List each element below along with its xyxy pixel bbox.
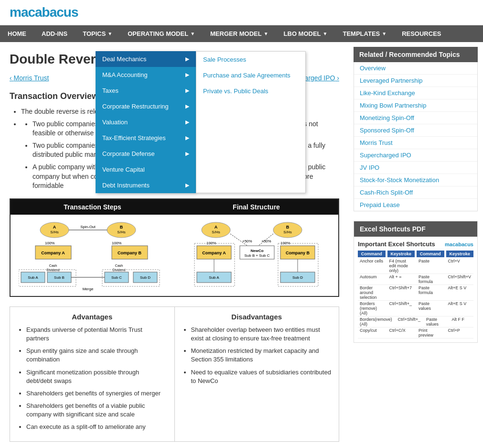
svg-text:+50%: +50% [261,239,271,243]
nav-templates[interactable]: TEMPLATES ▼ [335,25,394,42]
dropdown-tax-label: Tax-Efficient Strategies [102,134,166,142]
svg-text:S/Hs: S/Hs [50,230,58,234]
svg-text:Company B: Company B [285,251,310,255]
ma-chevron: ▶ [185,72,189,78]
dropdown-venture[interactable]: Venture Capital [96,162,196,177]
adv-item-2: Significant monetization possible throug… [26,368,167,385]
sidebar-link-jv-ipo[interactable]: JV IPO [354,162,477,174]
dropdown-taxes[interactable]: Taxes ▶ [96,83,196,98]
sidebar-link-cash-rich[interactable]: Cash-Rich Split-Off [354,186,477,199]
svg-text:Sub C: Sub C [111,275,121,280]
dropdown-venture-label: Venture Capital [102,166,145,173]
sidebar-link-morris[interactable]: Morris Trust [354,137,477,149]
excel-cell-3-2: Paste values [417,301,444,316]
sidebar-link-overview[interactable]: Overview [354,62,477,75]
svg-text:Sub B + Sub C: Sub B + Sub C [244,253,269,258]
sidebar-link-monetizing[interactable]: Monetizing Spin-Off [354,112,477,124]
deal-mechanics-chevron: ▶ [185,56,189,62]
excel-data-rows: Anchor cells F4 (must edit mode only) Pa… [358,258,473,339]
svg-text:100%: 100% [45,241,54,245]
defense-chevron: ▶ [185,151,189,157]
val-chevron: ▶ [185,119,189,125]
related-topics-header: Related / Recommended Topics [354,47,478,62]
svg-text:Sub A: Sub A [28,275,38,280]
sidebar-link-mixing-bowl[interactable]: Mixing Bowl Partnership [354,99,477,112]
dropdown-sale-processes[interactable]: Sale Processes [196,52,305,67]
excel-cell-3-1: Ctrl+Shift+_ [387,301,415,316]
nav-topics[interactable]: TOPICS ▼ [75,25,120,42]
excel-cell-5-3: Ctrl+P [446,328,474,338]
excel-col-1: Keystroke [387,251,415,257]
advantages-col: Advantages Expands universe of potential… [10,307,175,441]
adv-item-5: Can execute as a split-off to ameliorate… [26,423,167,431]
excel-cell-5-2: Print preview [417,328,444,338]
dropdown-debt-label: Debt Instruments [102,182,150,189]
dropdown-purchase-agreements[interactable]: Purchase and Sale Agreements [196,67,305,83]
svg-text:Merge: Merge [82,287,93,291]
excel-cell-5-1: Ctrl+C/X [387,328,415,338]
sidebar-link-supercharged[interactable]: Supercharged IPO [354,149,477,162]
dropdown-ma-accounting[interactable]: M&A Accounting ▶ [96,67,196,83]
dis-item-0: Shareholder overlap between two entities… [191,326,332,343]
dropdown-debt[interactable]: Debt Instruments ▶ [96,177,196,193]
sidebar-link-like-kind[interactable]: Like-Kind Exchange [354,87,477,99]
disadvantages-list: Shareholder overlap between two entities… [182,326,332,385]
debt-chevron: ▶ [185,182,189,188]
adv-item-3: Shareholders get benefits of synergies o… [26,389,167,398]
advantages-header: Advantages [18,313,167,321]
svg-text:B: B [286,225,289,229]
nav-merger-model[interactable]: MERGER MODEL ▼ [203,25,276,42]
dis-item-1: Monetization restricted by market capaci… [191,347,332,364]
svg-text:Sub D: Sub D [140,275,150,280]
nav-addins[interactable]: ADD-INS [34,25,75,42]
excel-shortcuts-body: Important Excel Shortcuts macabacus Comm… [354,237,477,342]
nav-operating-model[interactable]: OPERATING MODEL ▼ [120,25,203,42]
excel-cell-0-3: Ctrl+V [446,258,474,273]
nav-resources[interactable]: RESOURCES [394,25,449,42]
sidebar-link-leveraged[interactable]: Leveraged Partnership [354,75,477,87]
dropdown-corp-defense[interactable]: Corporate Defense ▶ [96,146,196,162]
excel-row-2: Border around selection Ctrl+Shift+7 Pas… [358,285,473,301]
dropdown-tax-efficient[interactable]: Tax-Efficient Strategies ▶ [96,130,196,146]
excel-cell-5-0: Copy/cut [358,328,386,338]
sidebar-link-prepaid[interactable]: Prepaid Lease [354,199,477,211]
excel-cell-2-1: Ctrl+Shift+7 [387,285,415,300]
excel-row-3: Borders (remove) (All) Ctrl+Shift+_ Past… [358,301,473,317]
svg-text:Spin-Out: Spin-Out [80,225,96,229]
dropdown-deal-mechanics-label: Deal Mechanics [102,55,147,63]
diagram-body: A S/Hs B S/Hs Spin-Out 100% 100% [11,215,338,296]
logo[interactable]: macabacus [10,5,473,20]
final-structure-svg: A S/Hs B S/Hs +50% +50% 100% 100% [192,219,321,291]
svg-text:Company A: Company A [41,251,65,255]
topics-arrow: ▼ [107,31,112,36]
sidebar-link-stock[interactable]: Stock-for-Stock Monetization [354,174,477,186]
svg-text:S/Hs: S/Hs [212,230,220,234]
excel-cell-4-0: Borders(remove) (All) [358,317,394,327]
nav-home[interactable]: HOME [0,25,34,42]
excel-cell-0-2: Paste [417,258,444,273]
adv-item-0: Expands universe of potential Morris Tru… [26,326,167,343]
diagram-right: A S/Hs B S/Hs +50% +50% 100% 100% [179,219,333,291]
templates-arrow: ▼ [382,31,386,36]
dropdown-deal-mechanics[interactable]: Deal Mechanics ▶ [96,51,196,67]
dropdown-private-public[interactable]: Private vs. Public Deals [196,83,305,99]
svg-text:+50%: +50% [242,239,252,243]
dropdown-taxes-label: Taxes [102,87,118,94]
nav-lbo-model[interactable]: LBO MODEL ▼ [276,25,335,42]
svg-text:Company B: Company B [117,251,141,255]
excel-cell-0-0: Anchor cells [358,258,386,273]
excel-title-row: Important Excel Shortcuts macabacus [358,240,473,248]
diagram-left-title: Transaction Steps [11,199,174,215]
operating-arrow: ▼ [190,31,195,36]
dropdown-corp-restructuring[interactable]: Corporate Restructuring ▶ [96,98,196,114]
dropdown-ma-label: M&A Accounting [102,71,148,78]
dropdown-valuation[interactable]: Valuation ▶ [96,114,196,130]
excel-cell-4-1: Ctrl+Shift+_ [396,317,423,327]
excel-cell-3-0: Borders (remove) (All) [358,301,386,316]
sidebar-links: Overview Leveraged Partnership Like-Kind… [354,62,478,211]
sidebar-link-sponsored[interactable]: Sponsored Spin-Off [354,124,477,137]
excel-cell-4-3: Alt F F [450,317,473,327]
dropdown-corp-label: Corporate Restructuring [102,103,169,110]
breadcrumb-prev[interactable]: Morris Trust [10,74,49,82]
svg-text:Sub D: Sub D [292,275,302,280]
